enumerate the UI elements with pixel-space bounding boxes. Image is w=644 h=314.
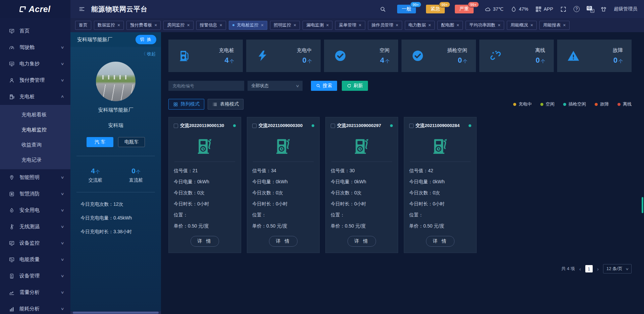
- tab[interactable]: 照明监控 ×: [270, 21, 300, 30]
- fullscreen-icon[interactable]: [560, 6, 567, 12]
- tab[interactable]: 数据监控 ×: [94, 21, 124, 30]
- close-tab-icon[interactable]: ×: [293, 23, 296, 27]
- tab[interactable]: 首页 ×: [75, 21, 91, 30]
- status-summary-card[interactable]: 充电桩 4个: [168, 40, 243, 72]
- close-tab-icon[interactable]: ×: [396, 23, 398, 27]
- tab[interactable]: 用能报表 ×: [539, 21, 569, 30]
- sidebar-item[interactable]: 智慧消防 ∨: [0, 186, 70, 202]
- current-page[interactable]: 1: [585, 265, 593, 272]
- close-tab-icon[interactable]: ×: [359, 23, 361, 27]
- gun-number-input[interactable]: [168, 81, 244, 91]
- close-tab-icon[interactable]: ×: [498, 23, 500, 27]
- sidebar-subitem[interactable]: 充电桩监控: [0, 122, 70, 137]
- theme-skin-icon[interactable]: [600, 6, 607, 12]
- sidebar-item[interactable]: 设备监控 ∨: [0, 235, 70, 251]
- horizontal-scrollbar-thumb[interactable]: [73, 312, 159, 314]
- detail-button[interactable]: 详 情: [191, 236, 219, 247]
- menu-collapse-icon[interactable]: [78, 6, 85, 12]
- refresh-button[interactable]: 刷新: [342, 81, 368, 91]
- sidebar-item[interactable]: 电能质量 ∨: [0, 251, 70, 268]
- tab[interactable]: 漏电监测 ×: [303, 21, 332, 30]
- sidebar-item[interactable]: 预付费管理 ∨: [0, 72, 70, 88]
- status-summary-card[interactable]: 充电中 0个: [246, 40, 321, 72]
- tab[interactable]: 预付费看板 ×: [126, 21, 161, 30]
- close-tab-icon[interactable]: ×: [428, 23, 431, 27]
- sidebar-item[interactable]: 驾驶舱 ∨: [0, 39, 70, 56]
- close-tab-icon[interactable]: ×: [326, 23, 329, 27]
- sidebar-item[interactable]: 安全用电 ∨: [0, 202, 70, 218]
- tab[interactable]: 房间监控 ×: [163, 21, 193, 30]
- select-checkbox[interactable]: [331, 124, 335, 128]
- select-checkbox[interactable]: [409, 124, 414, 128]
- sidebar-item[interactable]: 智能照明 ∨: [0, 169, 70, 186]
- detail-button[interactable]: 详 情: [426, 236, 455, 247]
- select-checkbox[interactable]: [252, 124, 257, 128]
- collapse-panel-link[interactable]: 〈 收起: [70, 47, 161, 57]
- alarm-badge[interactable]: 严重 99+: [455, 5, 474, 13]
- select-checkbox[interactable]: [174, 124, 178, 128]
- tab[interactable]: 平均功率因数 ×: [466, 21, 504, 30]
- close-tab-icon[interactable]: ×: [154, 23, 157, 27]
- switch-site-button[interactable]: 切 换: [136, 35, 156, 44]
- status-unit: 个: [230, 59, 234, 64]
- sidebar-item[interactable]: 设备管理 ∨: [0, 268, 70, 284]
- view-mode-button[interactable]: 阵列模式: [168, 99, 204, 110]
- help-icon[interactable]: ?: [574, 6, 580, 12]
- status-summary-card[interactable]: 空闲 4个: [324, 40, 398, 72]
- status-select[interactable]: 全部状态 ∨: [248, 81, 303, 91]
- logo[interactable]: Acrel: [0, 0, 70, 18]
- sidebar-item[interactable]: 需量分析 ∨: [0, 284, 70, 301]
- next-page-icon[interactable]: ›: [597, 266, 599, 272]
- sidebar-item[interactable]: 电力集抄 ∨: [0, 56, 70, 72]
- alarm-badges: 一般 99+ 紧急 99+ 严重 99+: [397, 5, 474, 13]
- tab[interactable]: 配电图 ×: [437, 21, 463, 30]
- alarm-badge[interactable]: 一般 99+: [397, 5, 416, 13]
- sidebar-item[interactable]: 首页 ∨: [0, 23, 70, 39]
- tab[interactable]: 操作员管理 ×: [368, 21, 402, 30]
- status-summary-card[interactable]: 故障 0个: [557, 40, 632, 72]
- status-summary-card[interactable]: 离线 0个: [479, 40, 554, 72]
- unit-price: 单价：0.50 元/度: [331, 221, 393, 232]
- sidebar-item[interactable]: 能耗分析 ∨: [0, 301, 70, 314]
- page-size-select[interactable]: 12 条/页 ∨: [603, 264, 632, 273]
- pile-location: 位置：: [252, 209, 314, 221]
- charging-pile-card[interactable]: 交流20220119000130 信号值：21 今日电量：0kWh 今日次数：0…: [168, 117, 241, 253]
- status-summary-card[interactable]: 插枪空闲 0个: [401, 40, 476, 72]
- alarm-badge[interactable]: 紧急 99+: [426, 5, 445, 13]
- vertical-scrollbar-thumb[interactable]: [642, 197, 643, 213]
- tab[interactable]: 报警信息 ×: [196, 21, 226, 30]
- close-tab-icon[interactable]: ×: [563, 23, 566, 27]
- close-tab-icon[interactable]: ×: [530, 23, 533, 27]
- sidebar-item[interactable]: 充电桩 ∨: [0, 88, 70, 105]
- detail-button[interactable]: 详 情: [347, 236, 376, 247]
- sidebar-item-label: 电力集抄: [19, 61, 40, 67]
- detail-button[interactable]: 详 情: [269, 236, 298, 247]
- close-tab-icon[interactable]: ×: [261, 23, 264, 27]
- close-tab-icon[interactable]: ×: [220, 23, 222, 27]
- tab[interactable]: 充电桩监控 ×: [229, 21, 267, 30]
- horizontal-scrollbar[interactable]: [70, 311, 161, 314]
- search-button[interactable]: 搜索: [311, 81, 337, 91]
- charging-pile-card[interactable]: 交流20211009000284 信号值：42 今日电量：0kWh 今日次数：0…: [404, 117, 477, 253]
- close-tab-icon[interactable]: ×: [117, 23, 120, 27]
- vehicle-type-button[interactable]: 电瓶车: [118, 137, 145, 147]
- language-icon[interactable]: 中 A: [587, 6, 593, 12]
- close-tab-icon[interactable]: ×: [457, 23, 459, 27]
- sidebar-item[interactable]: 无线测温 ∨: [0, 218, 70, 235]
- sidebar-subitem[interactable]: 收益查询: [0, 137, 70, 152]
- view-mode-button[interactable]: 表格模式: [208, 99, 244, 110]
- sidebar-subitem[interactable]: 充电记录: [0, 152, 70, 167]
- charging-pile-card[interactable]: 交流20211009000297 信号值：30 今日电量：0kWh 今日次数：0…: [325, 117, 398, 253]
- meter-icon: [9, 61, 15, 67]
- search-icon[interactable]: [380, 6, 386, 12]
- prev-page-icon[interactable]: ‹: [579, 266, 581, 272]
- user-name[interactable]: 超级管理员: [614, 6, 637, 12]
- vehicle-type-button[interactable]: 汽 车: [87, 137, 113, 147]
- sidebar-subitem[interactable]: 充电桩看板: [0, 107, 70, 122]
- app-download[interactable]: APP: [535, 6, 553, 12]
- close-tab-icon[interactable]: ×: [187, 23, 190, 27]
- charging-pile-card[interactable]: 交流20211009000300 信号值：34 今日电量：0kWh 今日次数：0…: [247, 117, 320, 253]
- tab[interactable]: 菜单管理 ×: [335, 21, 365, 30]
- tab[interactable]: 电力数据 ×: [405, 21, 435, 30]
- tab[interactable]: 用能概况 ×: [507, 21, 537, 30]
